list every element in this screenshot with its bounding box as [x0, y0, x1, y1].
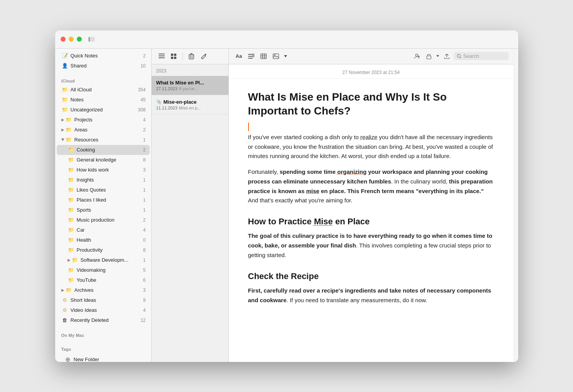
sidebar-toggle-icon[interactable]: [87, 35, 96, 44]
sidebar-item-productivity[interactable]: 📁 Productivity 8: [57, 245, 150, 255]
table-button[interactable]: [258, 51, 269, 62]
sidebar-item-label: Projects: [74, 117, 142, 123]
font-button[interactable]: Aa: [233, 51, 245, 62]
sidebar-item-count: 5: [143, 268, 146, 273]
search-input[interactable]: [463, 53, 506, 59]
sidebar-item-music-production[interactable]: 📁 Music production 2: [57, 215, 150, 225]
sidebar-item-notes[interactable]: 📁 Notes 45: [57, 95, 150, 105]
sidebar-item-insights[interactable]: 📁 Insights 1: [57, 175, 150, 185]
folder-icon: 📁: [65, 126, 72, 133]
sidebar-item-places-i-liked[interactable]: 📁 Places I liked 1: [57, 195, 150, 205]
sidebar-item-likes-quotes[interactable]: 📁 Likes Quotes 1: [57, 185, 150, 195]
chevron-right-icon: ▶: [61, 118, 64, 122]
delete-button[interactable]: [186, 51, 197, 62]
maximize-button[interactable]: [77, 37, 82, 42]
folder-icon: 📁: [71, 257, 78, 264]
sidebar-item-sports[interactable]: 📁 Sports 1: [57, 205, 150, 215]
sidebar-item-label: Short Ideas: [71, 297, 142, 303]
folder-icon: 📁: [68, 167, 74, 173]
svg-rect-16: [248, 58, 253, 59]
folder-icon: 📁: [65, 136, 72, 143]
sidebar-item-count: 354: [138, 87, 145, 93]
sidebar-item-all-icloud[interactable]: 📁 All iCloud 354: [57, 85, 150, 95]
sidebar-item-areas[interactable]: ▶ 📁 Areas 2: [57, 125, 150, 135]
paragraph-4: First, carefully read over a recipe's in…: [248, 286, 494, 305]
sidebar-item-count: 2: [143, 217, 146, 223]
paragraph-2: Fortunately, spending some time organizi…: [248, 167, 494, 205]
svg-rect-5: [171, 54, 173, 56]
note-title: 📎 Mise-en-place: [156, 99, 224, 105]
sidebar-item-recently-deleted[interactable]: 🗑 Recently Deleted 12: [57, 315, 150, 325]
folder-icon: 📁: [68, 187, 74, 193]
sidebar-item-label: Recently Deleted: [71, 317, 139, 323]
note-item-mise-en-place-active[interactable]: What Is Mise en Pl... 27.11.2023 If you'…: [152, 76, 228, 95]
list-view-button[interactable]: [156, 51, 167, 62]
share-button[interactable]: [441, 51, 452, 62]
image-dropdown-button[interactable]: [283, 51, 288, 62]
sidebar-item-quick-notes[interactable]: 📝 Quick Notes 2: [57, 51, 150, 61]
sidebar-item-count: 4: [143, 227, 146, 233]
editor-content[interactable]: What Is Mise en Place and Why Is It So I…: [229, 79, 514, 362]
svg-point-25: [274, 54, 276, 56]
sidebar-item-label: Notes: [71, 97, 139, 103]
editor-toolbar: Aa: [229, 49, 514, 64]
new-folder-label: New Folder: [74, 357, 143, 362]
folder-icon: 📁: [65, 287, 72, 294]
svg-rect-10: [190, 53, 193, 54]
sidebar-item-count: 8: [143, 157, 146, 163]
folder-icon: 📁: [68, 237, 74, 244]
sidebar-item-cooking[interactable]: 📁 Cooking 2: [57, 145, 150, 155]
paragraph-1: If you've ever started cooking a dish on…: [248, 133, 494, 161]
smart-folder-icon: ⚙: [61, 307, 68, 314]
svg-rect-2: [159, 54, 165, 54]
note-item-mise-en-place-2[interactable]: 📎 Mise-en-place 11.11.2023 Mise en p...: [152, 95, 228, 114]
sidebar-item-videomaking[interactable]: 📁 Videomaking 5: [57, 265, 150, 275]
sidebar-item-count: 12: [140, 318, 145, 323]
note-meta: 11.11.2023 Mise en p...: [156, 106, 224, 110]
sidebar-item-resources[interactable]: ▶ 📁 Resources 1: [57, 135, 150, 145]
toolbar-separator: [183, 52, 183, 60]
collaboration-button[interactable]: [411, 51, 422, 62]
sidebar-item-youtube[interactable]: 📁 YouTube 6: [57, 275, 150, 285]
sidebar-item-health[interactable]: 📁 Health 0: [57, 235, 150, 245]
sidebar-item-label: How kids work: [77, 167, 142, 173]
svg-rect-19: [261, 54, 267, 59]
lock-dropdown-button[interactable]: [436, 51, 440, 62]
close-button[interactable]: [61, 37, 66, 42]
checklist-button[interactable]: [246, 51, 257, 62]
folder-icon: 📁: [65, 116, 72, 123]
svg-rect-12: [190, 56, 191, 58]
app-window: 📝 Quick Notes 2 👤 Shared 10 iCloud 📁 All…: [55, 30, 518, 362]
grid-view-button[interactable]: [169, 51, 179, 62]
compose-button[interactable]: [198, 51, 209, 62]
sidebar-item-car[interactable]: 📁 Car 4: [57, 225, 150, 235]
sidebar-item-count: 1: [143, 197, 146, 203]
trash-icon: 🗑: [61, 317, 68, 324]
folder-icon: 📁: [68, 146, 74, 153]
svg-rect-15: [248, 56, 253, 57]
sidebar-item-projects[interactable]: ▶ 📁 Projects 4: [57, 115, 150, 125]
folder-icon: 📁: [61, 86, 68, 93]
sidebar-item-video-ideas[interactable]: ⚙ Video Ideas 4: [57, 305, 150, 315]
sidebar-item-general-knowledge[interactable]: 📁 General knoledge 8: [57, 155, 150, 165]
search-bar[interactable]: [454, 52, 509, 60]
sidebar-item-software-dev[interactable]: ▶ 📁 Software Developm... 1: [57, 255, 150, 265]
sidebar-item-count: 9: [143, 298, 146, 303]
folder-icon: 📁: [68, 156, 74, 163]
sidebar-item-how-kids-work[interactable]: 📁 How kids work 3: [57, 165, 150, 175]
sidebar-item-label: Music production: [77, 217, 142, 223]
plus-icon: ⊕: [64, 356, 71, 362]
note-meta: 27.11.2023 If you've...: [156, 86, 224, 91]
new-folder-button[interactable]: ⊕ New Folder: [60, 355, 147, 362]
sidebar-item-uncategorized[interactable]: 📁 Uncategorized 308: [57, 105, 150, 115]
sidebar-item-shared[interactable]: 👤 Shared 10: [57, 61, 150, 71]
lock-button[interactable]: [424, 51, 434, 62]
minimize-button[interactable]: [69, 37, 74, 42]
shared-icon: 👤: [61, 62, 68, 69]
title-bar: [55, 30, 518, 49]
image-button[interactable]: [270, 51, 281, 62]
sidebar-item-label: Car: [77, 227, 142, 233]
sidebar-item-short-ideas[interactable]: ⚙ Short Ideas 9: [57, 295, 150, 305]
scroll-track: [514, 49, 518, 362]
sidebar-item-archives[interactable]: ▶ 📁 Archives 3: [57, 285, 150, 295]
